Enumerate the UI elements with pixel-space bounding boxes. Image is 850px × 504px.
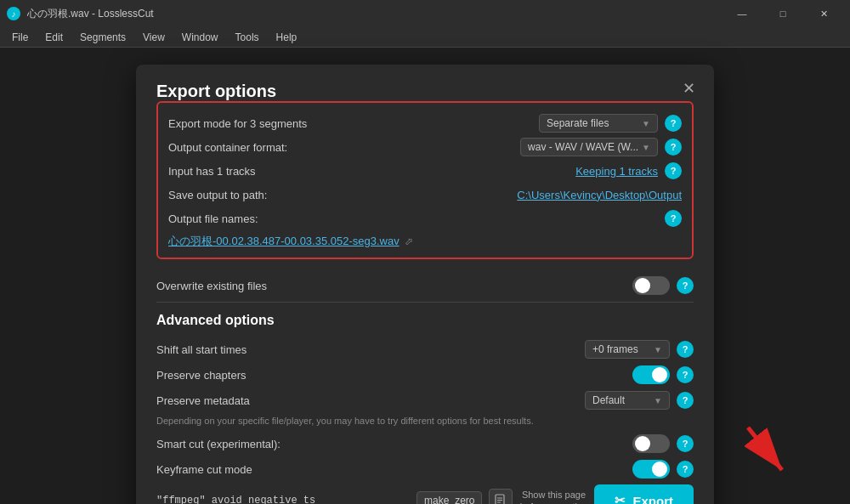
output-filenames-help[interactable]: ? — [665, 210, 682, 227]
output-filenames-label: Output file names: — [168, 212, 665, 225]
output-filename[interactable]: 心の羽根-00.02.38.487-00.03.35.052-seg3.wav — [168, 234, 400, 249]
shift-start-help[interactable]: ? — [677, 341, 694, 358]
preserve-metadata-dropdown[interactable]: Default ▼ — [585, 391, 670, 410]
menu-edit[interactable]: Edit — [37, 30, 71, 45]
menu-help[interactable]: Help — [268, 30, 306, 45]
preserve-metadata-label: Preserve metadata — [156, 394, 585, 407]
smart-cut-help[interactable]: ? — [677, 435, 694, 452]
dialog-title: Export options — [156, 82, 276, 100]
shift-start-row: Shift all start times +0 frames ▼ ? — [156, 337, 694, 362]
input-tracks-row: Input has 1 tracks Keeping 1 tracks ? — [168, 159, 682, 183]
filename-row: 心の羽根-00.02.38.487-00.03.35.052-seg3.wav … — [168, 234, 682, 249]
export-mode-right: Separate files ▼ ? — [539, 114, 682, 133]
overwrite-row: Overwrite existing files ? — [156, 273, 694, 298]
menubar: File Edit Segments View Window Tools Hel… — [0, 27, 850, 48]
ffmpeg-label: "ffmpeg" avoid_negative_ts — [156, 495, 416, 504]
app-icon: ♪ — [7, 7, 20, 20]
menu-window[interactable]: Window — [173, 30, 227, 45]
window-title: 心の羽根.wav - LosslessCut — [27, 7, 716, 21]
main-content: Export options ✕ Export mode for 3 segme… — [0, 48, 850, 504]
menu-view[interactable]: View — [134, 30, 173, 45]
input-tracks-help[interactable]: ? — [665, 162, 682, 179]
overwrite-help[interactable]: ? — [677, 277, 694, 294]
keyframe-cut-row: Keyframe cut mode ? — [156, 456, 694, 482]
red-arrow — [731, 419, 799, 487]
smart-cut-right: ? — [632, 434, 694, 453]
output-format-label: Output container format: — [168, 141, 520, 154]
input-tracks-right: Keeping 1 tracks ? — [575, 162, 682, 179]
ffmpeg-row: "ffmpeg" avoid_negative_ts make_zero Sho… — [156, 482, 694, 504]
overwrite-toggle[interactable] — [632, 276, 670, 295]
keeping-tracks-link[interactable]: Keeping 1 tracks — [575, 165, 658, 178]
show-page-icon-btn[interactable] — [489, 489, 513, 504]
shift-start-right: +0 frames ▼ ? — [585, 340, 694, 359]
preserve-chapters-help[interactable]: ? — [677, 366, 694, 383]
export-dialog: Export options ✕ Export mode for 3 segme… — [136, 65, 714, 504]
shift-start-label: Shift all start times — [156, 343, 585, 356]
external-link-icon: ⬀ — [405, 235, 413, 247]
keyframe-cut-right: ? — [632, 460, 694, 479]
export-options-box: Export mode for 3 segments Separate file… — [156, 101, 694, 259]
preserve-chapters-right: ? — [632, 365, 694, 384]
smart-cut-toggle[interactable] — [632, 434, 670, 453]
output-format-dropdown[interactable]: wav - WAV / WAVE (W... ▼ — [520, 138, 658, 156]
menu-tools[interactable]: Tools — [227, 30, 268, 45]
shift-start-dropdown[interactable]: +0 frames ▼ — [585, 340, 670, 359]
export-btn-label: Export — [632, 494, 673, 504]
close-button[interactable]: ✕ — [804, 0, 843, 27]
preserve-metadata-help[interactable]: ? — [677, 392, 694, 409]
ffmpeg-value-btn[interactable]: make_zero — [416, 491, 482, 504]
export-mode-dropdown[interactable]: Separate files ▼ — [539, 114, 658, 133]
titlebar: ♪ 心の羽根.wav - LosslessCut — □ ✕ — [0, 0, 850, 27]
preserve-metadata-right: Default ▼ ? — [585, 391, 694, 410]
output-format-right: wav - WAV / WAVE (W... ▼ ? — [520, 138, 682, 156]
output-filenames-right: ? — [665, 210, 682, 227]
dialog-close-button[interactable]: ✕ — [677, 76, 700, 100]
save-output-label: Save output to path: — [168, 189, 517, 201]
advanced-section-title: Advanced options — [156, 313, 694, 328]
output-filenames-header-row: Output file names: ? — [168, 207, 682, 230]
metadata-note: Depending on your specific file/player, … — [156, 415, 694, 428]
keyframe-cut-help[interactable]: ? — [677, 461, 694, 478]
show-before-export-label: Show this page before exporting — [519, 489, 587, 504]
export-button[interactable]: ✂ Export — [594, 484, 694, 504]
smart-cut-row: Smart cut (experimental): ? — [156, 431, 694, 456]
export-mode-help[interactable]: ? — [665, 115, 682, 132]
window-controls: — □ ✕ — [722, 0, 843, 27]
preserve-chapters-row: Preserve chapters ? — [156, 362, 694, 388]
keyframe-cut-label: Keyframe cut mode — [156, 463, 632, 476]
svg-line-5 — [748, 428, 782, 470]
preserve-chapters-toggle[interactable] — [632, 365, 670, 384]
output-format-help[interactable]: ? — [665, 139, 682, 156]
keyframe-cut-toggle[interactable] — [632, 460, 670, 479]
menu-file[interactable]: File — [3, 30, 37, 45]
overwrite-label: Overwrite existing files — [156, 280, 632, 292]
export-mode-label: Export mode for 3 segments — [168, 117, 539, 130]
ffmpeg-right: make_zero Show this page before exportin… — [416, 484, 694, 504]
save-output-right: C:\Users\Kevincy\Desktop\Output — [517, 189, 682, 201]
export-mode-row: Export mode for 3 segments Separate file… — [168, 111, 682, 135]
preserve-metadata-row: Preserve metadata Default ▼ ? — [156, 388, 694, 413]
maximize-button[interactable]: □ — [763, 0, 802, 27]
minimize-button[interactable]: — — [722, 0, 762, 27]
scissors-icon: ✂ — [615, 493, 626, 504]
output-format-row: Output container format: wav - WAV / WAV… — [168, 135, 682, 159]
save-output-path[interactable]: C:\Users\Kevincy\Desktop\Output — [517, 189, 682, 201]
preserve-chapters-label: Preserve chapters — [156, 369, 632, 382]
input-tracks-label: Input has 1 tracks — [168, 165, 575, 178]
save-output-row: Save output to path: C:\Users\Kevincy\De… — [168, 183, 682, 207]
menu-segments[interactable]: Segments — [71, 30, 134, 45]
smart-cut-label: Smart cut (experimental): — [156, 438, 632, 450]
divider — [156, 302, 694, 303]
